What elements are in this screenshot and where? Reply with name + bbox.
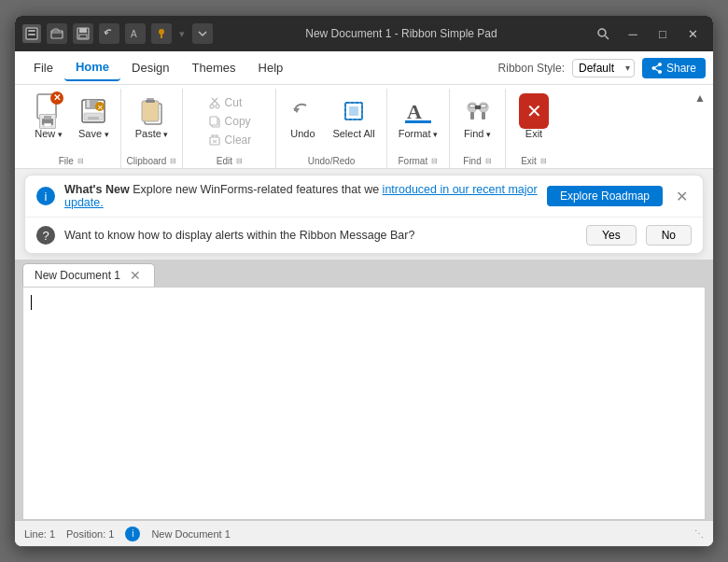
svg-text:✕: ✕ bbox=[97, 104, 104, 112]
cut-button[interactable]: Cut bbox=[203, 94, 258, 111]
ribbon: ✕ New bbox=[15, 85, 713, 169]
svg-line-30 bbox=[212, 98, 218, 105]
svg-rect-21 bbox=[88, 117, 99, 119]
status-doc-name: New Document 1 bbox=[151, 528, 230, 540]
format-group-expand[interactable]: ⊟ bbox=[431, 157, 438, 165]
svg-rect-6 bbox=[79, 35, 87, 38]
ribbon-style-wrapper: Default bbox=[572, 59, 635, 77]
find-group-expand[interactable]: ⊟ bbox=[485, 157, 492, 165]
exit-group-expand[interactable]: ⊟ bbox=[540, 157, 547, 165]
menu-bar: File Home Design Themes Help Ribbon Styl… bbox=[15, 51, 713, 85]
ribbon-group-undo: Undo Select All bbox=[276, 89, 386, 168]
document-tab[interactable]: New Document 1 ✕ bbox=[22, 263, 155, 287]
svg-rect-1 bbox=[28, 30, 35, 32]
ribbon-group-file: ✕ New bbox=[22, 89, 121, 168]
ribbon-group-clipboard: Paste Clipboard ⊟ bbox=[121, 89, 184, 168]
document-tabs: New Document 1 ✕ bbox=[15, 260, 713, 287]
status-bar: Line: 1 Position: 1 i New Document 1 ⋱ bbox=[15, 520, 713, 546]
copy-button[interactable]: Copy bbox=[203, 113, 258, 130]
menu-help[interactable]: Help bbox=[247, 55, 295, 81]
text-cursor bbox=[31, 295, 32, 310]
main-window: A ▾ New Document 1 - Ribbon Simple Pad bbox=[14, 15, 714, 547]
title-bar-left: A ▾ bbox=[22, 23, 213, 44]
menu-design[interactable]: Design bbox=[120, 55, 180, 81]
alert-question-text: Want to know how to display alerts withi… bbox=[64, 229, 577, 242]
paste-button[interactable]: Paste bbox=[130, 92, 175, 143]
ribbon-group-exit-content: ✕ Exit bbox=[513, 89, 554, 154]
ribbon-group-file-label: File ⊟ bbox=[28, 154, 115, 168]
exit-button[interactable]: ✕ Exit bbox=[513, 92, 554, 143]
open-folder-btn[interactable] bbox=[47, 23, 67, 44]
minimize-btn[interactable]: ─ bbox=[620, 23, 646, 44]
brush-title-btn[interactable] bbox=[151, 23, 172, 44]
document-content[interactable] bbox=[22, 287, 706, 520]
paste-icon bbox=[137, 96, 167, 126]
format-button[interactable]: A Format bbox=[393, 92, 443, 143]
edit-group-expand[interactable]: ⊟ bbox=[236, 157, 243, 165]
svg-text:A: A bbox=[131, 29, 137, 39]
doc-tab-close[interactable]: ✕ bbox=[128, 268, 143, 283]
svg-rect-5 bbox=[79, 28, 87, 33]
explore-roadmap-button[interactable]: Explore Roadmap bbox=[547, 186, 663, 206]
resize-handle[interactable]: ⋱ bbox=[694, 528, 704, 539]
ribbon-group-clipboard-label: Clipboard ⊟ bbox=[127, 154, 177, 168]
format-title-btn[interactable]: A bbox=[125, 23, 146, 44]
clipboard-group-expand[interactable]: ⊟ bbox=[170, 157, 176, 165]
save-title-btn[interactable] bbox=[73, 23, 93, 44]
select-all-button[interactable]: Select All bbox=[327, 92, 380, 143]
save-label: Save bbox=[78, 128, 109, 139]
quick-access-dropdown[interactable] bbox=[192, 23, 213, 44]
whats-new-body: Explore new WinForms-related features th… bbox=[64, 183, 538, 209]
undo-title-btn[interactable] bbox=[99, 23, 119, 44]
ribbon-section: ✕ New bbox=[22, 89, 706, 168]
menu-themes[interactable]: Themes bbox=[181, 55, 247, 81]
svg-rect-52 bbox=[482, 112, 485, 119]
yes-button[interactable]: Yes bbox=[586, 225, 637, 246]
document-area: New Document 1 ✕ bbox=[15, 260, 713, 520]
ribbon-collapse-btn[interactable]: ▲ bbox=[691, 89, 709, 107]
ribbon-style-select[interactable]: Default bbox=[572, 59, 635, 77]
close-btn[interactable]: ✕ bbox=[679, 23, 706, 44]
svg-text:A: A bbox=[407, 100, 422, 123]
status-position: Position: 1 bbox=[66, 528, 114, 540]
menu-home[interactable]: Home bbox=[64, 55, 120, 81]
svg-rect-33 bbox=[210, 117, 217, 125]
format-icon: A bbox=[403, 96, 433, 126]
select-all-icon bbox=[339, 96, 369, 126]
whats-new-close[interactable]: ✕ bbox=[672, 188, 692, 205]
svg-line-11 bbox=[606, 36, 609, 40]
find-button[interactable]: Find bbox=[457, 92, 498, 143]
exit-icon: ✕ bbox=[519, 96, 549, 126]
maximize-btn[interactable]: □ bbox=[650, 23, 676, 44]
undo-label: Undo bbox=[290, 128, 315, 139]
menu-file[interactable]: File bbox=[22, 55, 64, 81]
undo-icon bbox=[287, 96, 317, 126]
status-info-icon[interactable]: i bbox=[125, 527, 140, 541]
ribbon-group-find-label: Find ⊟ bbox=[455, 154, 499, 168]
window-title: New Document 1 - Ribbon Simple Pad bbox=[213, 27, 590, 40]
new-button[interactable]: ✕ New bbox=[28, 92, 69, 143]
svg-line-31 bbox=[211, 98, 217, 105]
alert-question-message: ? Want to know how to display alerts wit… bbox=[25, 218, 703, 253]
window-controls: ─ □ ✕ bbox=[590, 23, 706, 44]
search-btn[interactable] bbox=[590, 23, 616, 44]
svg-rect-48 bbox=[469, 105, 475, 107]
svg-point-28 bbox=[210, 105, 214, 108]
printer-icon bbox=[39, 114, 56, 129]
message-bar: i What's New Explore new WinForms-relate… bbox=[24, 175, 704, 254]
ribbon-group-edit-content: Cut Copy bbox=[203, 89, 258, 154]
svg-rect-50 bbox=[475, 105, 481, 109]
whats-new-link[interactable]: introduced in our recent major update. bbox=[64, 183, 538, 209]
exit-label: Exit bbox=[525, 128, 542, 139]
title-dropdown-arrow[interactable]: ▾ bbox=[179, 28, 185, 40]
whats-new-message: i What's New Explore new WinForms-relate… bbox=[25, 176, 703, 218]
svg-rect-49 bbox=[481, 105, 486, 107]
ribbon-group-exit: ✕ Exit Exit ⊟ bbox=[506, 89, 562, 168]
save-button[interactable]: ✕ Save bbox=[73, 92, 115, 143]
undo-button[interactable]: Undo bbox=[282, 92, 323, 143]
share-button[interactable]: Share bbox=[642, 58, 706, 78]
file-group-expand[interactable]: ⊟ bbox=[77, 157, 84, 165]
clear-button[interactable]: Clear bbox=[203, 132, 258, 148]
no-button[interactable]: No bbox=[646, 225, 692, 246]
edit-small-buttons: Cut Copy bbox=[203, 92, 258, 148]
